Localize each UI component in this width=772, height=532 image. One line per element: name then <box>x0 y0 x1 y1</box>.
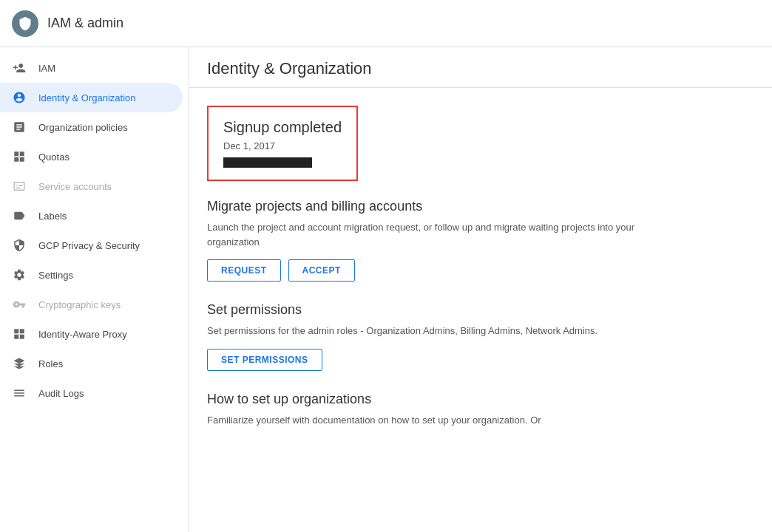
accept-button[interactable]: ACCEPT <box>288 259 355 282</box>
sidebar-label-labels: Labels <box>38 211 67 222</box>
section-migrate-buttons: REQUEST ACCEPT <box>207 259 754 282</box>
quotas-icon <box>12 149 27 164</box>
section-permissions-buttons: SET PERMISSIONS <box>207 349 754 371</box>
content-header: Identity & Organization <box>189 47 772 88</box>
sidebar-label-settings: Settings <box>38 270 73 281</box>
main-layout: IAM Identity & Organization Organization… <box>0 47 772 532</box>
sidebar-label-quotas: Quotas <box>38 151 70 163</box>
person-add-icon <box>12 61 27 75</box>
sidebar-item-identity-proxy[interactable]: Identity-Aware Proxy <box>0 319 183 349</box>
sidebar-item-settings[interactable]: Settings <box>0 260 183 290</box>
section-permissions-title: Set permissions <box>207 302 754 318</box>
audit-icon <box>12 386 27 400</box>
content-body: Signup completed Dec 1, 2017 Migrate pro… <box>189 88 772 466</box>
page-title: Identity & Organization <box>207 59 754 78</box>
sidebar-item-identity-org[interactable]: Identity & Organization <box>0 83 183 112</box>
sidebar-label-org-policies: Organization policies <box>38 122 128 133</box>
shield-outline-icon <box>12 238 27 253</box>
section-setup-orgs: How to set up organizations Familiarize … <box>207 392 754 428</box>
sidebar-item-quotas[interactable]: Quotas <box>0 142 183 171</box>
set-permissions-button[interactable]: SET PERMISSIONS <box>207 349 322 371</box>
sidebar-label-audit-logs: Audit Logs <box>38 388 84 399</box>
sidebar-item-audit-logs[interactable]: Audit Logs <box>0 378 183 408</box>
key-icon <box>12 297 27 312</box>
sidebar-label-identity-proxy: Identity-Aware Proxy <box>38 329 127 340</box>
sidebar-item-service-accounts[interactable]: Service accounts <box>0 171 183 201</box>
sidebar-item-iam[interactable]: IAM <box>0 53 183 83</box>
list-alt-icon <box>12 120 27 134</box>
person-circle-icon <box>12 90 27 105</box>
sidebar-label-identity-org: Identity & Organization <box>38 92 136 103</box>
sidebar-item-gcp-privacy[interactable]: GCP Privacy & Security <box>0 231 183 260</box>
sidebar-item-labels[interactable]: Labels <box>0 201 183 231</box>
signup-card-title: Signup completed <box>223 119 342 136</box>
section-permissions: Set permissions Set permissions for the … <box>207 302 754 371</box>
sidebar: IAM Identity & Organization Organization… <box>0 47 189 532</box>
roles-icon <box>12 356 27 371</box>
top-header: IAM & admin <box>0 0 772 47</box>
section-permissions-desc: Set permissions for the admin roles - Or… <box>207 324 680 338</box>
section-setup-orgs-desc: Familiarize yourself with documentation … <box>207 413 680 428</box>
section-setup-orgs-title: How to set up organizations <box>207 392 754 407</box>
sidebar-item-org-policies[interactable]: Organization policies <box>0 112 183 142</box>
section-migrate: Migrate projects and billing accounts La… <box>207 199 754 282</box>
sidebar-label-gcp-privacy: GCP Privacy & Security <box>38 240 140 251</box>
app-title: IAM & admin <box>47 16 123 31</box>
sidebar-item-crypto-keys[interactable]: Cryptographic keys <box>0 290 183 319</box>
sidebar-label-service-accounts: Service accounts <box>38 181 112 192</box>
sidebar-label-crypto-keys: Cryptographic keys <box>38 299 121 310</box>
signup-card-date: Dec 1, 2017 <box>223 140 342 151</box>
app-icon <box>12 10 38 37</box>
service-accounts-icon <box>12 179 27 194</box>
sidebar-label-roles: Roles <box>38 358 63 369</box>
label-icon <box>12 208 27 223</box>
sidebar-item-roles[interactable]: Roles <box>0 349 183 378</box>
proxy-icon <box>12 327 27 341</box>
signup-card: Signup completed Dec 1, 2017 <box>207 106 358 181</box>
sidebar-label-iam: IAM <box>38 63 55 74</box>
settings-icon <box>12 267 27 282</box>
section-migrate-desc: Launch the project and account migration… <box>207 220 680 249</box>
redacted-bar <box>223 157 312 168</box>
content-area: Identity & Organization Signup completed… <box>189 47 772 532</box>
request-button[interactable]: REQUEST <box>207 259 281 282</box>
section-migrate-title: Migrate projects and billing accounts <box>207 199 754 214</box>
